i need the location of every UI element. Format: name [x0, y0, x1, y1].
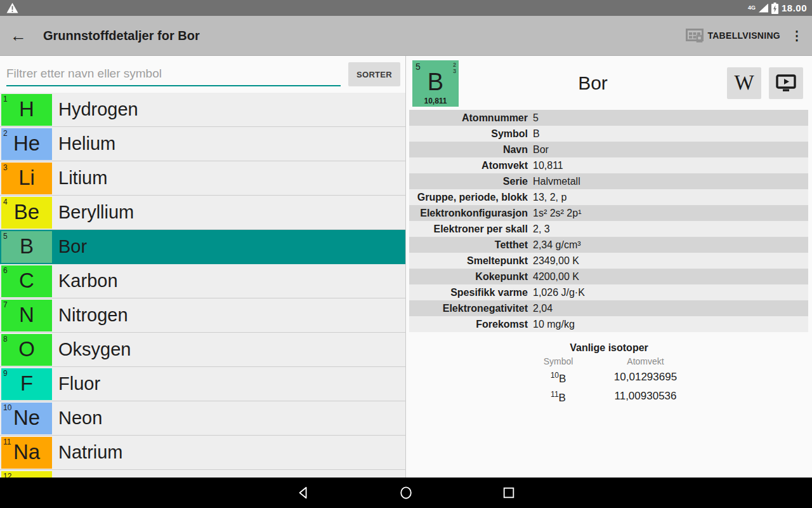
element-tile: 8 O [1, 334, 52, 366]
isotopes-section: Vanlige isotoper Symbol Atomvekt 10B 10,… [406, 342, 812, 404]
element-name: Nitrogen [58, 305, 128, 326]
list-item-karbon[interactable]: 6 C Karbon [0, 264, 405, 298]
element-tile: 1 H [1, 94, 52, 126]
video-play-icon [775, 74, 797, 93]
android-nav-bar [0, 478, 812, 508]
property-label: Elektronegativitet [409, 303, 528, 314]
video-button[interactable] [769, 67, 803, 99]
nav-back-button[interactable] [296, 485, 311, 500]
property-label: Kokepunkt [409, 271, 528, 283]
clock: 18.00 [782, 3, 807, 13]
property-label: Smeltepunkt [409, 255, 528, 267]
element-name: Fluor [58, 373, 100, 394]
property-row: Spesifikk varme 1,026 J/g·K [409, 284, 808, 300]
element-name: Hydrogen [58, 99, 138, 120]
element-symbol: O [1, 337, 52, 361]
isotope-symbol: 11B [522, 390, 595, 404]
element-symbol: B [412, 68, 459, 95]
element-name: Karbon [58, 271, 118, 291]
isotopes-title: Vanlige isotoper [570, 342, 648, 354]
property-label: Forekomst [409, 319, 528, 330]
nav-home-button[interactable] [398, 485, 414, 500]
back-arrow-icon[interactable]: ← [10, 27, 27, 44]
property-label: Gruppe, periode, blokk [409, 192, 528, 203]
element-tile: 6 C [1, 265, 52, 297]
property-value: 2349,00 K [533, 255, 579, 267]
app-bar: ← Grunnstoffdetaljer for Bor TABELLVISNI… [0, 16, 812, 56]
property-value: 10,811 [533, 160, 563, 171]
property-label: Atomnummer [409, 112, 528, 124]
property-row: Serie Halvmetall [409, 173, 808, 189]
page-title: Grunnstoffdetaljer for Bor [43, 29, 200, 43]
network-type-label: 4G [748, 4, 756, 11]
element-tile: 2 He [1, 128, 52, 160]
element-name: Helium [58, 133, 115, 154]
signal-icon [759, 4, 768, 13]
element-tile: 7 N [1, 300, 52, 331]
table-view-label: TABELLVISNING [707, 30, 780, 41]
table-view-button[interactable]: TABELLVISNING [686, 27, 780, 44]
element-name: Neon [58, 408, 102, 429]
property-row: Elektronegativitet 2,04 [409, 300, 808, 316]
property-value: 5 [533, 112, 539, 124]
property-row: Symbol B [409, 126, 808, 142]
list-item-beryllium[interactable]: 4 Be Beryllium [0, 196, 405, 230]
atomic-weight: 10,811 [412, 97, 459, 105]
overflow-menu-icon[interactable]: ⋮ [790, 28, 803, 43]
property-row: Kokepunkt 4200,00 K [409, 269, 808, 284]
property-row: Atomvekt 10,811 [409, 157, 808, 173]
filter-input[interactable] [6, 62, 341, 86]
property-value: 13, 2, p [533, 192, 566, 203]
element-tile: 3 Li [1, 163, 52, 194]
list-item-helium[interactable]: 2 He Helium [0, 127, 405, 161]
detail-header: 5 2 3 B 10,811 Bor W [406, 56, 812, 110]
list-item-hydrogen[interactable]: 1 H Hydrogen [0, 93, 405, 127]
property-label: Elektroner per skall [409, 224, 528, 235]
property-label: Tetthet [409, 239, 528, 251]
element-list: 1 H Hydrogen 2 He Helium 3 Li [0, 93, 405, 478]
property-value: 1s² 2s² 2p¹ [533, 208, 581, 219]
sort-button[interactable]: SORTER [348, 62, 400, 86]
list-item-litium[interactable]: 3 Li Litium [0, 161, 405, 196]
element-title: Bor [459, 72, 727, 94]
element-list-panel: SORTER 1 H Hydrogen 2 He Helium [0, 56, 406, 478]
element-name: Natrium [58, 442, 123, 463]
list-item-natrium[interactable]: 11 Na Natrium [0, 436, 405, 470]
property-label: Elektronkonfigurasjon [409, 208, 528, 219]
property-value: 2,04 [533, 303, 553, 314]
element-tile: 12 [1, 471, 52, 478]
isotope-weight: 10,01293695 [595, 371, 697, 385]
properties-table: Atomnummer 5 Symbol B Navn Bor Atomvekt … [409, 110, 808, 332]
property-row: Elektronkonfigurasjon 1s² 2s² 2p¹ [409, 205, 808, 221]
nav-recents-button[interactable] [501, 485, 516, 500]
list-item-oksygen[interactable]: 8 O Oksygen [0, 333, 405, 367]
property-value: B [533, 128, 540, 140]
element-symbol: Be [1, 200, 52, 224]
wikipedia-button[interactable]: W [727, 67, 761, 99]
list-item-bor-selected[interactable]: 5 B Bor [0, 230, 405, 264]
app-screen: 4G 18.00 ← Grunnstoffdetaljer for Bor [0, 0, 812, 508]
list-item-neon[interactable]: 10 Ne Neon [0, 401, 405, 436]
list-item-partial[interactable]: 12 [0, 470, 405, 478]
element-symbol: B [1, 234, 52, 258]
list-item-nitrogen[interactable]: 7 N Nitrogen [0, 298, 405, 333]
property-label: Serie [409, 176, 528, 187]
property-value: Halvmetall [533, 176, 580, 187]
isotope-symbol-header: Symbol [522, 356, 595, 366]
list-item-fluor[interactable]: 9 F Fluor [0, 367, 405, 401]
property-row: Smeltepunkt 2349,00 K [409, 253, 808, 269]
property-row: Tetthet 2,34 g/cm³ [409, 237, 808, 253]
property-value: Bor [533, 144, 549, 156]
detail-element-tile: 5 2 3 B 10,811 [412, 60, 459, 107]
property-value: 10 mg/kg [533, 319, 575, 330]
property-row: Elektroner per skall 2, 3 [409, 221, 808, 237]
property-label: Spesifikk varme [409, 287, 528, 298]
element-symbol: C [1, 269, 52, 293]
isotope-weight-header: Atomvekt [595, 356, 697, 366]
element-detail-panel: 5 2 3 B 10,811 Bor W [406, 56, 812, 478]
element-symbol: F [1, 371, 52, 396]
element-symbol: N [1, 303, 52, 327]
search-row: SORTER [0, 56, 405, 93]
battery-charging-icon [771, 3, 778, 14]
element-tile: 4 Be [1, 197, 52, 229]
